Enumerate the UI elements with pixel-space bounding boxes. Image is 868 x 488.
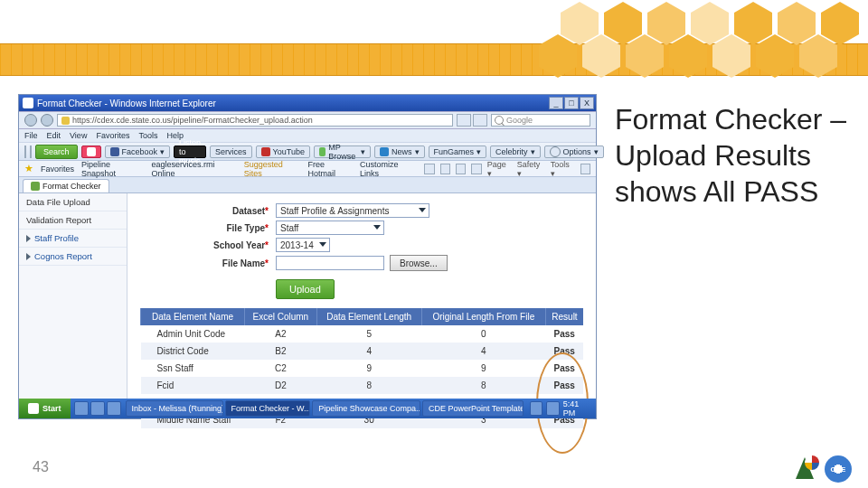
schoolyear-select[interactable]: 2013-14 [276,238,330,252]
cell-len: 4 [316,343,421,360]
minimize-button[interactable]: _ [549,97,563,109]
star-icon[interactable]: ★ [24,163,33,174]
stop-button[interactable] [473,114,487,127]
cell-col: B2 [245,343,317,360]
fav-item-eagle[interactable]: eagleservices.rmi Online [151,160,236,178]
filetype-label: File Type* [140,223,276,233]
th-name: Data Element Name [141,308,245,325]
menu-view[interactable]: View [70,131,87,140]
filetype-select[interactable]: Staff [276,221,384,235]
toolbar-logo-icon[interactable] [24,145,26,158]
toolbar-chip-fun[interactable]: FunGames▾ [429,145,487,158]
news-label: News [392,147,412,156]
close-button[interactable]: X [580,97,594,109]
url-text: https://cdex.cde.state.co.us/pipeline/Fo… [72,116,313,125]
upload-button[interactable]: Upload [276,279,335,299]
favorites-label: Favorites [41,164,74,174]
url-field[interactable]: https://cdex.cde.state.co.us/pipeline/Fo… [57,114,453,127]
search-provider: Google [506,116,533,125]
cell-orig: 9 [421,360,545,377]
facebook-label: Facebook [122,147,158,156]
toolbar-chip-facebook[interactable]: Facebook▾ [105,145,171,158]
menu-edit[interactable]: Edit [47,131,61,140]
schoolyear-label: School Year* [140,240,276,250]
cell-name: Fcid [141,377,245,394]
dataset-label: Dataset* [140,206,276,216]
menu-file[interactable]: File [24,131,38,140]
fav-item-suggested[interactable]: Suggested Sites [244,160,301,178]
side-nav: Data File Upload Validation Report Staff… [19,193,127,406]
toolbar-chip-youtube[interactable]: YouTube [256,145,310,158]
cell-len: 8 [316,377,421,394]
forward-button[interactable] [41,114,53,127]
window-title: Format Checker - Windows Internet Explor… [37,99,216,108]
cell-orig: 8 [421,377,545,394]
maximize-button[interactable]: □ [564,97,579,109]
table-row: Ssn Staff C2 9 9 Pass [141,360,584,377]
back-button[interactable] [24,114,37,127]
start-button[interactable]: Start [19,399,71,418]
cell-orig: 0 [421,325,545,343]
dataset-select[interactable]: Staff Profile & Assignments [276,203,429,218]
addon-toolbar: Search Facebook▾ Listen to music Service… [19,143,596,161]
task-cde-ppt[interactable]: CDE PowerPoint Template [422,400,524,417]
filename-input[interactable] [276,256,384,270]
page-content: Data File Upload Validation Report Staff… [19,193,596,406]
toolbar-search-button[interactable]: Search [35,145,78,159]
toolbar-chip-news[interactable]: News▾ [374,145,425,158]
fav-item-pipeline[interactable]: Pipeline Snapshot [81,160,144,178]
tray-icon[interactable] [546,401,560,416]
help-icon[interactable] [580,164,590,174]
safety-menu[interactable]: Safety ▾ [517,160,545,178]
nav-cognos-report-label: Cognos Report [34,251,92,261]
celeb-label: Celebrity [495,147,528,156]
nav-validation-report[interactable]: Validation Report [19,211,127,230]
refresh-button[interactable] [457,114,471,127]
expand-icon [26,235,31,242]
nav-staff-profile[interactable]: Staff Profile [19,230,127,248]
favorites-bar: ★ Favorites Pipeline Snapshot eagleservi… [19,161,596,177]
browse-button[interactable]: Browse... [390,255,448,271]
fav-item-custom[interactable]: Customize Links [360,160,417,178]
nav-cognos-report[interactable]: Cognos Report [19,248,127,266]
mail-icon[interactable] [456,164,466,174]
task-pipeline-showcase[interactable]: Pipeline Showcase Compa... [312,400,420,417]
ql-icon[interactable] [90,401,105,416]
menu-favorites[interactable]: Favorites [96,131,129,140]
lock-icon [61,117,70,125]
ie-icon [23,98,33,108]
toolbar-chip-hot[interactable] [81,145,101,158]
page-menu[interactable]: Page ▾ [487,160,512,178]
services-label: Services [215,147,247,156]
toolbar-search-input[interactable] [30,145,32,158]
toolbar-chip-mpbrowse[interactable]: MP Browse▾ [314,145,371,158]
ql-icon[interactable] [107,401,121,416]
ql-icon[interactable] [74,401,89,416]
tray-icon[interactable] [530,401,543,416]
home-icon[interactable] [424,164,434,174]
toolbar-chip-services[interactable]: Services [210,145,252,158]
windows-taskbar: Start Inbox - Melissa (Running) Format C… [19,399,596,418]
table-row: Admin Unit Code A2 5 0 Pass [141,325,584,343]
print-icon[interactable] [471,164,481,174]
cell-result: Pass [545,325,583,343]
nav-staff-profile-label: Staff Profile [34,233,79,243]
quick-launch [71,401,125,416]
fav-item-hotmail[interactable]: Free Hotmail [308,160,353,178]
toolbar-options[interactable]: Options▾ [544,145,604,158]
task-format-checker[interactable]: Format Checker - W... [225,400,311,417]
youtube-label: YouTube [273,147,305,156]
toolbar-chip-listen[interactable]: Listen to music [174,145,206,158]
address-bar: https://cdex.cde.state.co.us/pipeline/Fo… [19,111,596,129]
search-icon [495,116,504,125]
browser-tab[interactable]: Format Checker [23,179,109,192]
task-inbox[interactable]: Inbox - Melissa (Running) [126,400,223,417]
start-label: Start [42,404,61,413]
feeds-icon[interactable] [440,164,450,174]
menu-tools[interactable]: Tools [138,131,157,140]
browser-search-input[interactable]: Google [491,114,590,127]
toolbar-chip-celeb[interactable]: Celebrity▾ [490,145,541,158]
tools-menu[interactable]: Tools ▾ [551,160,575,178]
cell-orig: 4 [421,343,545,360]
nav-data-file-upload[interactable]: Data File Upload [19,193,127,211]
